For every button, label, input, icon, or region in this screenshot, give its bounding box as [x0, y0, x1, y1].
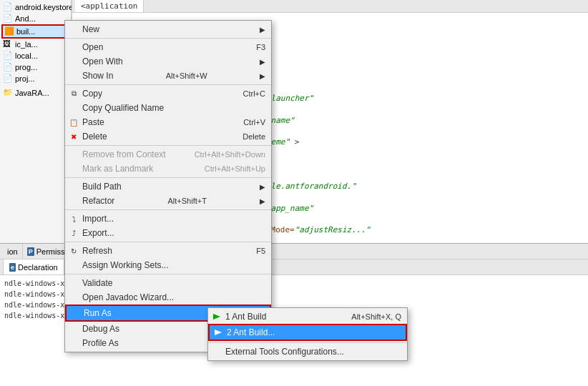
menu-item-remove-context: Remove from Context Ctrl+Alt+Shift+Down: [65, 147, 271, 162]
file-icon: 📄: [3, 14, 13, 24]
menu-item-open[interactable]: Open F3: [65, 40, 271, 54]
tab-ion[interactable]: ion: [3, 244, 23, 259]
menu-item-workingsets[interactable]: Assign Working Sets...: [65, 258, 271, 272]
menu-item-import[interactable]: ⤵ Import...: [65, 212, 271, 226]
menu-item-copy-qualified[interactable]: Copy Qualified Name: [65, 101, 271, 115]
menu-item-refresh[interactable]: ↻ Refresh F5: [65, 244, 271, 258]
paste-icon: 📋: [69, 117, 79, 127]
file-item-ic[interactable]: 🖼 ic_la...: [1, 39, 69, 50]
menu-item-paste[interactable]: 📋 Paste Ctrl+V: [65, 115, 271, 129]
menu-item-validate[interactable]: Validate: [65, 276, 271, 290]
ide-background: 📄 android.keystore 📄 And... 🟧 buil... 🖼 …: [0, 0, 588, 386]
menu-separator: [65, 84, 271, 85]
menu-item-refactor[interactable]: Refactor Alt+Shift+T ▶: [65, 194, 271, 208]
file-tree: 📄 android.keystore 📄 And... 🟧 buil... 🖼 …: [0, 0, 72, 143]
ant-build-icon: [212, 312, 222, 322]
permissions-icon: P: [27, 247, 34, 256]
arrow-icon: ▶: [260, 183, 265, 191]
menu-item-export[interactable]: ⤴ Export...: [65, 226, 271, 240]
editor-tab-application[interactable]: <application: [75, 0, 144, 12]
menu-item-new[interactable]: New ▶: [65, 22, 271, 36]
svg-marker-0: [213, 314, 220, 320]
arrow-icon: ▶: [260, 72, 265, 80]
menu-separator: [65, 242, 271, 242]
file-item-keystore[interactable]: 📄 android.keystore: [1, 1, 69, 13]
arrow-icon: ▶: [260, 58, 265, 66]
svg-marker-1: [215, 330, 222, 335]
tab-declaration[interactable]: e Declaration: [3, 259, 64, 274]
submenu-item-external-tools[interactable]: External Tools Configurations...: [208, 345, 407, 359]
file-item-proj[interactable]: 📄 proj...: [1, 73, 69, 84]
context-menu: New ▶ Open F3 Open With ▶ Show In Alt+Sh…: [64, 20, 272, 352]
export-icon: ⤴: [69, 228, 79, 238]
file-icon: 📄: [3, 62, 13, 72]
menu-item-openwith[interactable]: Open With ▶: [65, 54, 271, 69]
file-icon: 📄: [3, 74, 13, 84]
runas-submenu: 1 Ant Build Alt+Shift+X, Q 2 Ant Build..…: [207, 307, 408, 361]
file-icon: 📄: [3, 51, 13, 61]
menu-separator: [65, 145, 271, 146]
menu-item-copy[interactable]: ⧉ Copy Ctrl+C: [65, 86, 271, 101]
file-item-javara[interactable]: 📁 JavaRA...: [1, 87, 69, 99]
editor-tab-bar: <application: [72, 0, 588, 13]
delete-icon: ✖: [69, 132, 79, 142]
menu-item-delete[interactable]: ✖ Delete Delete: [65, 129, 271, 144]
ant-build2-icon: [213, 327, 223, 337]
submenu-item-ant-build[interactable]: 1 Ant Build Alt+Shift+X, Q: [208, 310, 407, 324]
menu-separator: [65, 274, 271, 274]
submenu-item-ant-build-2[interactable]: 2 Ant Build...: [208, 324, 407, 341]
file-item-build[interactable]: 🟧 buil...: [1, 24, 69, 39]
copy-icon: ⧉: [69, 89, 79, 99]
image-icon: 🖼: [3, 39, 13, 49]
file-item-local[interactable]: 📄 local...: [1, 50, 69, 61]
menu-item-buildpath[interactable]: Build Path ▶: [65, 179, 271, 194]
file-icon-orange: 🟧: [4, 26, 14, 36]
arrow-icon: ▶: [260, 197, 265, 205]
import-icon: ⤵: [69, 214, 79, 224]
menu-separator: [65, 209, 271, 210]
refresh-icon: ↻: [69, 246, 79, 256]
menu-separator: [65, 177, 271, 178]
menu-item-showin[interactable]: Show In Alt+Shift+W ▶: [65, 69, 271, 83]
file-item-and[interactable]: 📄 And...: [1, 13, 69, 24]
menu-separator: [65, 38, 271, 39]
declaration-icon: e: [9, 263, 16, 272]
file-icon: 📄: [3, 2, 13, 12]
arrow-icon: ▶: [260, 26, 265, 34]
menu-item-javadoc[interactable]: Open Javadoc Wizard...: [65, 290, 271, 305]
file-item-prog[interactable]: 📄 prog...: [1, 61, 69, 73]
menu-item-mark-landmark: Mark as Landmark Ctrl+Alt+Shift+Up: [65, 162, 271, 176]
folder-icon: 📁: [3, 88, 13, 98]
menu-separator: [208, 342, 407, 343]
